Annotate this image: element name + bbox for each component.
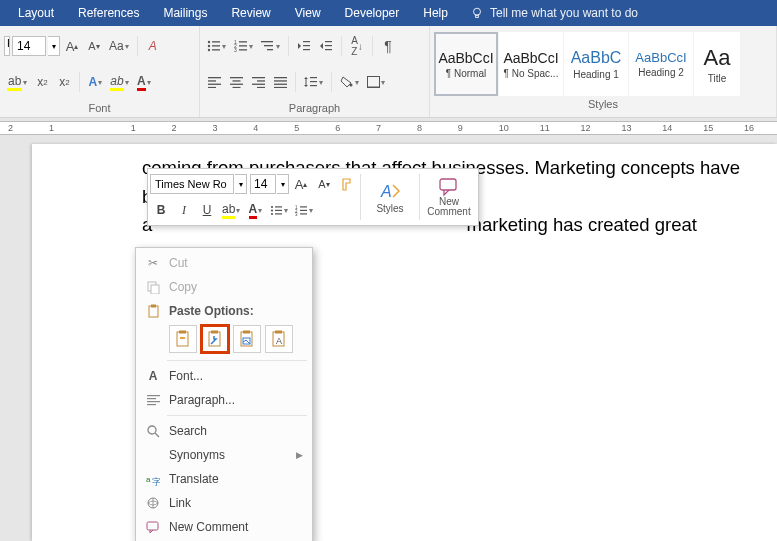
mini-font-size-dropdown[interactable]: ▾ [277,174,289,194]
ctx-link[interactable]: Link [137,491,311,515]
svg-rect-14 [261,41,273,42]
style-heading-2[interactable]: AaBbCcI Heading 2 [629,32,693,96]
char-shading-dropdown[interactable]: ab▾ [107,71,131,93]
mini-bullets[interactable]: ▾ [267,198,291,222]
font-name-input[interactable]: Ro [4,36,10,56]
svg-rect-44 [368,77,380,88]
ctx-search[interactable]: Search [137,419,311,443]
mini-highlight[interactable]: ab▾ [219,198,243,222]
svg-rect-5 [212,45,220,46]
svg-rect-17 [303,41,310,42]
decrease-indent-button[interactable] [294,35,314,57]
style-heading-1[interactable]: AaBbC Heading 1 [564,32,628,96]
svg-point-50 [271,212,273,214]
paste-merge-formatting[interactable] [201,325,229,353]
svg-rect-62 [149,306,158,317]
ctx-synonyms[interactable]: Synonyms ▶ [137,443,311,467]
style-title[interactable]: Aa Title [694,32,740,96]
mini-toolbar: Times New Ro ▾ 14 ▾ A▴ A▾ B I U ab▾ A▾ ▾… [147,168,479,226]
ribbon-group-font: Ro 14 ▾ A▴ A▾ Aa▾ A ab▾ x2 x2 A▾ ab▾ A▾ … [0,26,200,117]
mini-styles-label: Styles [376,203,403,214]
mini-italic[interactable]: I [173,198,195,222]
mini-font-color[interactable]: A▾ [244,198,266,222]
ribbon-group-paragraph: ▾ 123▾ ▾ AZ↓ ¶ ▾ ▾ ▾ [200,26,430,117]
ruler[interactable]: 2112345678910111213141516 [0,118,777,138]
style-no-spacing[interactable]: AaBbCcI ¶ No Spac... [499,32,563,96]
mini-shrink-font[interactable]: A▾ [313,172,335,196]
svg-rect-33 [252,83,265,84]
bullets-button[interactable]: ▾ [204,35,229,57]
font-color-button[interactable]: A▾ [134,71,154,93]
superscript-button[interactable]: x2 [54,71,74,93]
line-spacing-button[interactable]: ▾ [301,71,326,93]
mini-bold[interactable]: B [150,198,172,222]
align-right-button[interactable] [248,71,268,93]
ctx-font[interactable]: A Font... [137,364,311,388]
justify-button[interactable] [270,71,290,93]
shading-button[interactable]: ▾ [337,71,362,93]
svg-rect-42 [310,85,317,86]
paste-text-only[interactable]: A [265,325,293,353]
menubar: Layout References Mailings Review View D… [0,0,777,26]
ctx-copy[interactable]: Copy [137,275,311,299]
svg-rect-38 [274,86,287,87]
search-icon [143,425,163,438]
paste-picture[interactable] [233,325,261,353]
ctx-paste-options-header: Paste Options: [137,299,311,323]
font-size-dropdown[interactable]: ▾ [48,36,60,56]
svg-point-43 [350,84,353,87]
svg-text:A: A [380,183,392,200]
mini-numbering[interactable]: 123▾ [292,198,316,222]
ctx-paragraph[interactable]: Paragraph... [137,388,311,412]
comment-icon [143,521,163,534]
change-case-button[interactable]: Aa▾ [106,35,132,57]
subscript-button[interactable]: x2 [32,71,52,93]
borders-button[interactable]: ▾ [364,71,388,93]
svg-point-78 [148,426,156,434]
menu-developer[interactable]: Developer [333,2,412,24]
ctx-new-comment[interactable]: New Comment [137,515,311,539]
svg-rect-11 [239,45,247,46]
numbering-button[interactable]: 123▾ [231,35,256,57]
show-paragraph-marks-button[interactable]: ¶ [378,35,398,57]
highlight-button[interactable]: ab▾ [4,71,30,93]
svg-rect-15 [264,45,273,46]
style-normal[interactable]: AaBbCcI ¶ Normal [434,32,498,96]
grow-font-button[interactable]: A▴ [62,35,82,57]
sort-button[interactable]: AZ↓ [347,35,367,57]
paste-keep-source-formatting[interactable] [169,325,197,353]
mini-format-painter[interactable] [336,172,358,196]
text-effects-button[interactable]: A▾ [85,71,105,93]
align-center-button[interactable] [226,71,246,93]
menu-layout[interactable]: Layout [6,2,66,24]
menu-help[interactable]: Help [411,2,460,24]
svg-point-6 [208,49,210,51]
align-left-button[interactable] [204,71,224,93]
mini-font-name[interactable]: Times New Ro [150,174,234,194]
font-size-input[interactable]: 14 [12,36,46,56]
svg-rect-26 [208,86,216,87]
svg-rect-16 [267,49,273,50]
mini-grow-font[interactable]: A▴ [290,172,312,196]
svg-rect-24 [208,80,216,81]
clear-formatting-button[interactable]: A [143,35,163,57]
multilevel-list-button[interactable]: ▾ [258,35,283,57]
mini-font-size[interactable]: 14 [250,174,276,194]
svg-rect-49 [275,209,282,210]
increase-indent-button[interactable] [316,35,336,57]
ctx-translate[interactable]: a字 Translate [137,467,311,491]
ctx-cut[interactable]: ✂ Cut [137,251,311,275]
mini-new-comment-button[interactable]: New Comment [422,171,476,223]
menu-mailings[interactable]: Mailings [151,2,219,24]
shrink-font-button[interactable]: A▾ [84,35,104,57]
tell-me-input[interactable]: Tell me what you want to do [490,6,638,20]
styles-gallery[interactable]: AaBbCcI ¶ Normal AaBbCcI ¶ No Spac... Aa… [434,32,772,96]
mini-styles-button[interactable]: A Styles [363,171,417,223]
menu-review[interactable]: Review [219,2,282,24]
svg-rect-7 [212,49,220,50]
menu-references[interactable]: References [66,2,151,24]
menu-view[interactable]: View [283,2,333,24]
svg-rect-32 [257,80,265,81]
mini-underline[interactable]: U [196,198,218,222]
mini-font-name-dropdown[interactable]: ▾ [235,174,247,194]
